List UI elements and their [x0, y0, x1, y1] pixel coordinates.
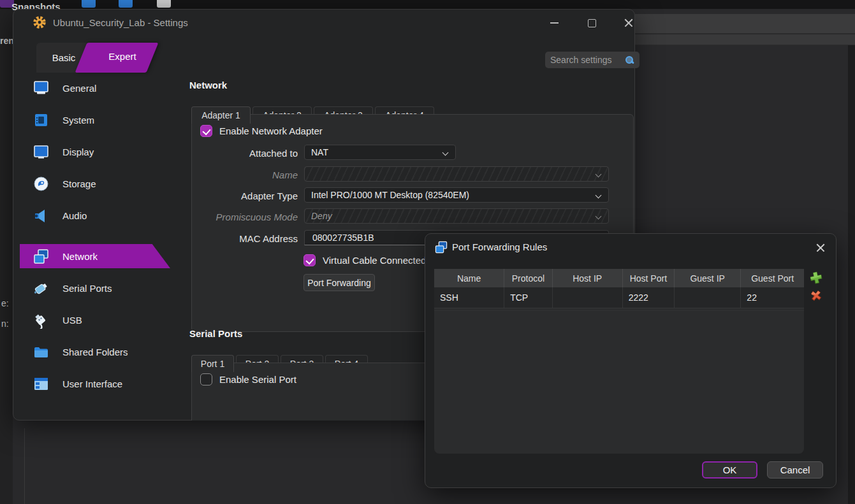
search-settings-input[interactable] — [550, 55, 625, 65]
maximize-button[interactable] — [585, 16, 599, 30]
enable-network-adapter-row[interactable]: Enable Network Adapter — [200, 125, 323, 137]
sidebar-item-label: USB — [62, 315, 82, 326]
enable-network-adapter-checkbox[interactable] — [200, 125, 212, 137]
tab-label: Port 1 — [201, 359, 224, 369]
enable-serial-port-checkbox[interactable] — [200, 373, 212, 385]
background-toolbar-icon[interactable] — [119, 0, 133, 8]
column-header[interactable]: Name — [434, 269, 504, 287]
sidebar-item-label: Shared Folders — [62, 347, 128, 357]
settings-gear-icon — [33, 15, 47, 29]
sidebar-item-user-interface[interactable]: User Interface — [20, 371, 166, 396]
add-rule-icon[interactable] — [809, 271, 823, 285]
system-icon — [33, 112, 50, 129]
network-icon — [33, 248, 50, 265]
cable-connected-label: Virtual Cable Connected — [323, 255, 426, 266]
cell-guest-ip[interactable] — [675, 287, 741, 308]
sidebar-item-system[interactable]: System — [20, 108, 166, 132]
port-forwarding-dialog: Port Forwarding Rules Name Protocol Host… — [425, 233, 837, 488]
network-section-title: Network — [189, 80, 227, 90]
cable-connected-checkbox[interactable] — [303, 254, 316, 266]
background-snapshots-tab[interactable]: Snapshots — [11, 0, 69, 9]
table-row[interactable]: SSH TCP 2222 22 — [434, 287, 804, 308]
close-button[interactable] — [622, 16, 636, 30]
enable-network-adapter-label: Enable Network Adapter — [219, 126, 323, 136]
column-header[interactable]: Host IP — [553, 269, 623, 287]
sidebar-item-network[interactable]: Network — [20, 244, 170, 268]
sidebar-item-storage[interactable]: Storage — [20, 171, 166, 196]
adapter-type-select[interactable]: Intel PRO/1000 MT Desktop (82540EM) — [304, 187, 609, 203]
sidebar-item-audio[interactable]: Audio — [20, 203, 166, 227]
sidebar-item-label: System — [62, 115, 94, 126]
display-icon — [33, 143, 50, 161]
remove-rule-icon[interactable] — [809, 289, 823, 303]
adapter-type-value: Intel PRO/1000 MT Desktop (82540EM) — [311, 190, 596, 200]
sidebar-item-label: Serial Ports — [62, 283, 112, 294]
column-header[interactable]: Protocol — [504, 269, 552, 287]
background-toolbar-icon[interactable] — [157, 0, 171, 8]
dialog-title: Port Forwarding Rules — [452, 241, 547, 252]
column-header[interactable]: Guest IP — [675, 269, 741, 287]
general-icon — [33, 80, 50, 97]
folder-icon — [33, 343, 50, 361]
background-toolbar-icon[interactable] — [82, 0, 96, 8]
cell-host-ip[interactable] — [553, 287, 623, 308]
background-panel-edge — [848, 45, 855, 504]
dialog-network-icon — [434, 240, 448, 254]
sidebar-item-general[interactable]: General — [20, 76, 166, 100]
enable-serial-port-label: Enable Serial Port — [219, 374, 296, 385]
port-forwarding-button[interactable]: Port Forwarding — [303, 274, 375, 291]
dialog-close-icon[interactable] — [814, 241, 827, 254]
promiscuous-mode-select-disabled: Deny — [304, 208, 609, 224]
cell-name[interactable]: SSH — [434, 287, 504, 308]
table-header-row: Name Protocol Host IP Host Port Guest IP… — [434, 269, 804, 287]
screen: Snapshots ren e: n: Ubuntu_Security_Lab … — [0, 0, 855, 504]
chevron-down-icon — [596, 171, 602, 177]
sidebar-item-label: Display — [62, 147, 94, 157]
tab-port-1[interactable]: Port 1 — [191, 355, 234, 372]
user-interface-icon — [33, 375, 50, 392]
chevron-down-icon — [596, 192, 602, 198]
mac-address-label: MAC Address — [189, 233, 298, 244]
adapter-type-label: Adapter Type — [189, 191, 298, 201]
tab-label: Adapter 1 — [201, 110, 240, 120]
search-icon — [625, 55, 634, 65]
sidebar-item-display[interactable]: Display — [20, 140, 166, 164]
cell-guest-port[interactable]: 22 — [741, 287, 804, 308]
cell-host-port[interactable]: 2222 — [623, 287, 675, 308]
cable-connected-row[interactable]: Virtual Cable Connected — [303, 254, 426, 266]
cancel-button[interactable]: Cancel — [767, 461, 823, 479]
background-divider — [24, 428, 25, 504]
minimize-button[interactable] — [548, 16, 562, 30]
attached-to-label: Attached to — [189, 148, 298, 159]
sidebar-item-serial-ports[interactable]: Serial Ports — [20, 276, 166, 300]
column-header[interactable]: Guest Port — [741, 269, 804, 287]
port-forwarding-table[interactable]: Name Protocol Host IP Host Port Guest IP… — [434, 269, 804, 454]
attached-to-select[interactable]: NAT — [304, 145, 456, 160]
background-list-row — [635, 14, 855, 34]
background-left-panel — [0, 9, 13, 504]
sidebar-item-label: Storage — [62, 178, 96, 189]
sidebar-item-shared-folders[interactable]: Shared Folders — [20, 340, 166, 364]
sidebar-item-label: General — [62, 83, 96, 94]
serial-ports-section-title: Serial Ports — [189, 328, 242, 339]
attached-to-value: NAT — [311, 147, 442, 157]
sidebar-item-usb[interactable]: USB — [20, 308, 166, 332]
usb-icon — [33, 312, 50, 329]
background-list-row — [635, 34, 855, 45]
sidebar-item-label: User Interface — [62, 378, 122, 389]
audio-icon — [33, 207, 50, 224]
search-settings-box[interactable] — [545, 52, 639, 68]
settings-titlebar[interactable]: Ubuntu_Security_Lab - Settings — [13, 10, 634, 35]
empty-row-edge — [434, 308, 804, 311]
tab-adapter-1[interactable]: Adapter 1 — [191, 106, 251, 124]
column-header[interactable]: Host Port — [623, 269, 675, 287]
promiscuous-mode-value: Deny — [311, 211, 596, 221]
tab-expert-label[interactable]: Expert — [94, 51, 151, 62]
storage-icon — [33, 175, 50, 192]
mac-address-value: 080027735B1B — [312, 233, 374, 243]
cell-protocol[interactable]: TCP — [504, 287, 552, 308]
enable-serial-port-row[interactable]: Enable Serial Port — [200, 373, 296, 385]
ok-button[interactable]: OK — [702, 461, 757, 479]
background-text-fragment: e: — [1, 298, 9, 308]
sidebar-item-label: Network — [62, 251, 98, 262]
